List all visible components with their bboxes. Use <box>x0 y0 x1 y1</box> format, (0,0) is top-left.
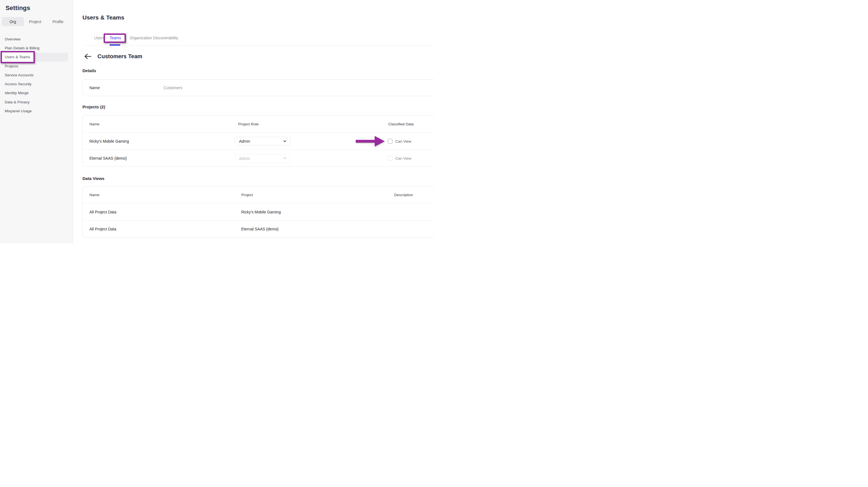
data-views-table: Name Project Description All Project Dat… <box>83 186 434 237</box>
sidebar-item-label: Mixpanel Usage <box>5 109 32 113</box>
data-view-name: All Project Data <box>89 227 116 231</box>
data-view-project: Eternal SAAS {demo} <box>241 227 279 231</box>
settings-sidebar: Settings Org Project Profile Overview Pl… <box>0 0 73 243</box>
column-header-description: Description <box>394 193 413 197</box>
page-title: Users & Teams <box>83 14 124 21</box>
project-role-value: Admin <box>239 139 250 144</box>
column-header-project: Project <box>241 193 253 197</box>
sidebar-tab-org[interactable]: Org <box>2 17 24 26</box>
projects-table: Name Project Role Classified Data Ricky'… <box>83 115 434 166</box>
sidebar-item-mixpanel-usage[interactable]: Mixpanel Usage <box>0 106 73 115</box>
project-role-select-disabled: Admin <box>235 154 290 163</box>
chevron-down-icon <box>283 157 286 159</box>
sidebar-menu: Overview Plan Details & Billing Users & … <box>0 35 73 116</box>
project-role-select[interactable]: Admin <box>235 137 290 146</box>
tabs-divider <box>84 45 434 46</box>
sidebar-item-service-accounts[interactable]: Service Accounts <box>0 70 73 80</box>
sidebar-item-label: Overview <box>5 37 20 41</box>
can-view-checkbox[interactable] <box>388 156 393 161</box>
data-view-project: Ricky's Mobile Gaming <box>241 210 281 214</box>
sidebar-tab-project[interactable]: Project <box>27 17 43 26</box>
annotation-arrow-icon <box>356 136 385 147</box>
sidebar-item-label: Access Security <box>5 82 31 86</box>
sidebar-item-label: Projects <box>5 64 19 68</box>
column-header-name: Name <box>89 193 99 197</box>
sidebar-item-identity-merge[interactable]: Identity Merge <box>0 89 73 97</box>
table-row: Eternal SAAS {demo} Admin Can View <box>83 150 434 166</box>
tab-organization-discoverability[interactable]: Organization Discoverability <box>130 36 178 40</box>
projects-heading: Projects (2) <box>83 104 105 109</box>
sidebar-item-projects[interactable]: Projects <box>0 62 73 70</box>
annotation-arrow-tail <box>356 140 375 143</box>
sidebar-item-overview[interactable]: Overview <box>0 35 73 43</box>
projects-table-header: Name Project Role Classified Data <box>83 115 434 132</box>
back-button[interactable] <box>84 54 92 60</box>
data-views-heading: Data Views <box>83 176 104 181</box>
details-name-value: Customers <box>163 86 182 90</box>
sidebar-item-label: Service Accounts <box>5 73 34 77</box>
active-tab-indicator <box>110 44 120 46</box>
sidebar-item-plan-details-billing[interactable]: Plan Details & Billing <box>0 43 73 52</box>
chevron-down-icon <box>283 140 286 142</box>
settings-scope-tabs: Org Project Profile <box>0 17 73 26</box>
classified-data-cell: Can View <box>388 139 411 144</box>
details-heading: Details <box>83 68 96 73</box>
table-row: All Project Data Ricky's Mobile Gaming <box>83 203 434 220</box>
classified-data-cell: Can View <box>388 156 411 161</box>
sidebar-item-label: Identity Merge <box>5 91 29 95</box>
tab-teams[interactable]: Teams <box>105 36 126 40</box>
table-row: All Project Data Eternal SAAS {demo} <box>83 220 434 237</box>
annotation-arrow-head <box>375 136 385 147</box>
sidebar-item-label: Data & Privacy <box>5 100 30 104</box>
back-arrow-icon <box>84 56 92 60</box>
table-row: Ricky's Mobile Gaming Admin Can View <box>83 132 434 150</box>
column-header-name: Name <box>89 122 99 126</box>
column-header-classified-data: Classified Data <box>388 122 414 126</box>
can-view-checkbox[interactable] <box>388 139 393 144</box>
settings-title: Settings <box>6 4 30 12</box>
sidebar-tab-profile[interactable]: Profile <box>51 17 65 26</box>
details-name-label: Name <box>89 86 100 90</box>
tab-users[interactable]: Users <box>94 36 104 40</box>
column-header-project-role: Project Role <box>238 122 259 126</box>
sidebar-item-label: Plan Details & Billing <box>5 46 39 50</box>
project-name: Ricky's Mobile Gaming <box>89 139 129 144</box>
project-name: Eternal SAAS {demo} <box>89 156 127 160</box>
details-row: Name Customers <box>83 80 434 96</box>
can-view-label: Can View <box>395 156 411 160</box>
can-view-label: Can View <box>395 139 411 143</box>
sidebar-item-access-security[interactable]: Access Security <box>0 80 73 88</box>
details-card: Name Customers <box>83 80 434 96</box>
sidebar-item-users-teams[interactable]: Users & Teams <box>2 53 68 62</box>
data-views-table-header: Name Project Description <box>83 186 434 203</box>
sidebar-item-data-privacy[interactable]: Data & Privacy <box>0 97 73 106</box>
project-role-value: Admin <box>239 156 250 160</box>
team-title: Customers Team <box>97 53 142 60</box>
sidebar-item-label: Users & Teams <box>5 55 30 59</box>
data-view-link[interactable]: All Project Data <box>89 210 116 214</box>
